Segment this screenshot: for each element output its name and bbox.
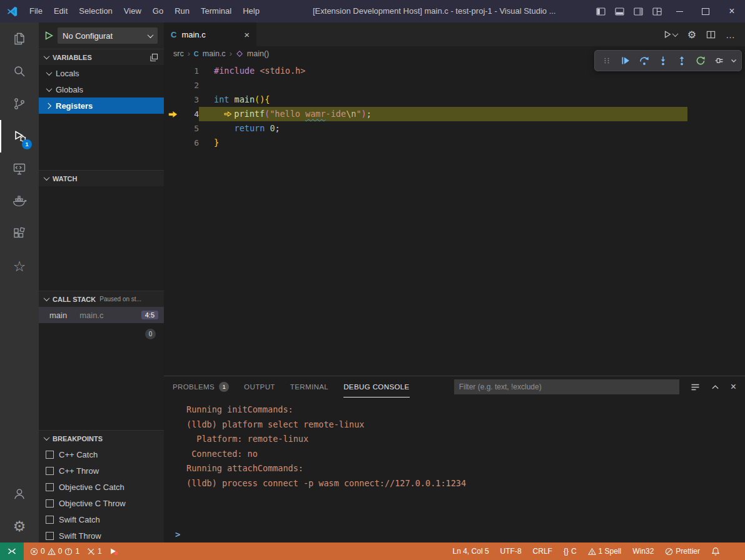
- settings-gear-icon[interactable]: ⚙: [0, 510, 39, 542]
- explorer-icon[interactable]: [0, 22, 39, 55]
- code-line-3[interactable]: 3int main(){: [164, 92, 745, 107]
- breakpoint-item-swift-catch[interactable]: Swift Catch: [39, 511, 164, 528]
- problems-status[interactable]: 0 0 1: [26, 547, 83, 556]
- checkbox[interactable]: [46, 451, 54, 459]
- menu-go[interactable]: Go: [147, 0, 169, 22]
- code-line-5[interactable]: 5 return 0;: [164, 121, 745, 136]
- checkbox[interactable]: [46, 499, 54, 508]
- more-actions-icon[interactable]: …: [726, 29, 735, 40]
- customize-layout-icon[interactable]: [647, 0, 666, 22]
- menu-run[interactable]: Run: [169, 0, 195, 22]
- variables-section-header[interactable]: VARIABLES: [39, 49, 164, 65]
- continue-icon[interactable]: [617, 52, 634, 69]
- restart-icon[interactable]: [692, 52, 709, 69]
- console-prompt[interactable]: >: [175, 529, 180, 539]
- toolbar-gripper[interactable]: [598, 52, 616, 69]
- encoding-indicator[interactable]: UTF-8: [497, 547, 525, 556]
- checkbox[interactable]: [46, 532, 54, 540]
- maximize-panel-icon[interactable]: [711, 383, 719, 391]
- tools-status[interactable]: 1: [83, 547, 106, 556]
- checkbox[interactable]: [46, 516, 54, 524]
- filter-input[interactable]: [454, 379, 679, 394]
- callstack-section-header[interactable]: CALL STACK Paused on st...: [39, 291, 164, 307]
- docker-icon[interactable]: [0, 185, 39, 218]
- breakpoint-item-c-throw[interactable]: C++ Throw: [39, 462, 164, 479]
- checkbox[interactable]: [46, 467, 54, 475]
- close-window-button[interactable]: ×: [719, 0, 745, 22]
- run-debug-icon[interactable]: 1: [0, 120, 39, 152]
- panel-tab-problems[interactable]: PROBLEMS1: [173, 376, 229, 398]
- eol-indicator[interactable]: CRLF: [529, 547, 556, 556]
- disconnect-icon[interactable]: [711, 52, 728, 69]
- breakpoint-item-c-catch[interactable]: C++ Catch: [39, 446, 164, 462]
- menu-view[interactable]: View: [118, 0, 147, 22]
- close-panel-icon[interactable]: ×: [731, 381, 736, 392]
- toggle-sidebar-icon[interactable]: [591, 0, 610, 22]
- maximize-button[interactable]: [692, 0, 719, 22]
- start-debug-button[interactable]: [45, 31, 53, 40]
- remote-explorer-icon[interactable]: [0, 152, 39, 185]
- breakpoint-item-objective-c-catch[interactable]: Objective C Catch: [39, 479, 164, 495]
- step-out-icon[interactable]: [673, 52, 691, 69]
- warning-icon: [588, 548, 596, 556]
- panel-tab-output[interactable]: OUTPUT: [244, 376, 275, 398]
- chevron-down-icon[interactable]: [729, 52, 738, 69]
- cursor-position[interactable]: Ln 4, Col 5: [449, 547, 493, 556]
- debug-status[interactable]: [106, 547, 122, 556]
- code-line-2[interactable]: 2: [164, 78, 745, 92]
- tab-label: main.c: [181, 30, 205, 39]
- menu-edit[interactable]: Edit: [48, 0, 73, 22]
- search-icon[interactable]: [0, 55, 39, 88]
- toggle-panel-icon[interactable]: [610, 0, 629, 22]
- run-or-debug-button[interactable]: [663, 30, 677, 39]
- execution-pointer-icon[interactable]: [164, 111, 181, 118]
- remote-indicator[interactable]: [0, 542, 24, 560]
- menu-help[interactable]: Help: [237, 0, 265, 22]
- breadcrumb-symbol[interactable]: main(): [247, 49, 269, 58]
- extensions-icon[interactable]: [0, 218, 39, 250]
- formatter-status[interactable]: Prettier: [661, 547, 704, 556]
- breakpoint-item-objective-c-throw[interactable]: Objective C Throw: [39, 495, 164, 511]
- gear-icon[interactable]: ⚙: [687, 29, 696, 41]
- line-text: int main(){: [199, 92, 687, 107]
- minimize-button[interactable]: [666, 0, 692, 22]
- step-into-icon[interactable]: [654, 52, 672, 69]
- toggle-secondary-sidebar-icon[interactable]: [629, 0, 647, 22]
- copy-icon[interactable]: [150, 53, 158, 62]
- language-mode[interactable]: {} C: [560, 547, 580, 556]
- build-target[interactable]: Win32: [629, 547, 657, 556]
- watch-section-header[interactable]: WATCH: [39, 170, 164, 186]
- menu-file[interactable]: File: [24, 0, 48, 22]
- tab-main-c[interactable]: C main.c ×: [164, 22, 256, 46]
- callstack-count-badge: 0: [145, 329, 156, 339]
- breadcrumb-file[interactable]: main.c: [203, 49, 226, 58]
- chevron-right-icon: ›: [230, 49, 232, 58]
- checkbox[interactable]: [46, 483, 54, 491]
- source-control-icon[interactable]: [0, 88, 39, 120]
- menu-selection[interactable]: Selection: [73, 0, 118, 22]
- notifications-bell-icon[interactable]: [707, 547, 724, 556]
- chevron-down-icon: [672, 31, 678, 37]
- variables-item-locals[interactable]: Locals: [39, 65, 164, 81]
- close-tab-icon[interactable]: ×: [244, 29, 250, 40]
- breadcrumb-folder[interactable]: src: [173, 49, 184, 58]
- line-number: 5: [181, 121, 199, 136]
- panel-tab-debug-console[interactable]: DEBUG CONSOLE: [343, 376, 410, 398]
- variables-item-globals[interactable]: Globals: [39, 81, 164, 98]
- filter-lines-icon[interactable]: [691, 382, 700, 392]
- star-icon[interactable]: ☆: [0, 250, 39, 282]
- spell-checker-status[interactable]: 1 Spell: [584, 547, 626, 556]
- stack-frame-row[interactable]: main main.c 4:5: [39, 307, 164, 323]
- code-line-6[interactable]: 6}: [164, 136, 745, 150]
- breakpoints-section-header[interactable]: BREAKPOINTS: [39, 430, 164, 446]
- panel-tab-terminal[interactable]: TERMINAL: [290, 376, 328, 398]
- menu-terminal[interactable]: Terminal: [195, 0, 237, 22]
- account-icon[interactable]: [0, 478, 39, 510]
- step-over-icon[interactable]: [636, 52, 653, 69]
- breakpoint-item-swift-throw[interactable]: Swift Throw: [39, 528, 164, 542]
- variables-item-registers[interactable]: Registers: [39, 98, 164, 114]
- code-line-4[interactable]: 4 printf("hello wamr-ide\n");: [164, 107, 745, 121]
- split-editor-icon[interactable]: [706, 30, 716, 39]
- debug-config-dropdown[interactable]: No Configurat: [58, 28, 158, 44]
- frame-file: main.c: [79, 311, 103, 320]
